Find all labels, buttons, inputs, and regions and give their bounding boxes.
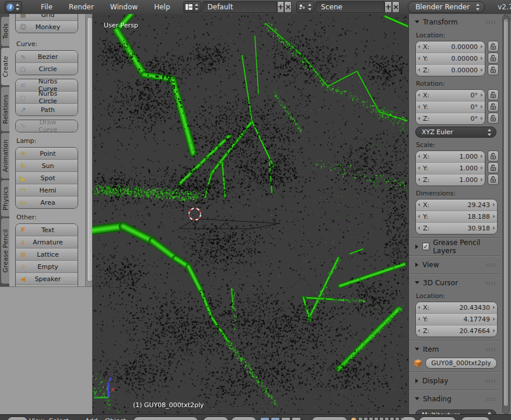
bottom-menu-select[interactable]: Select <box>49 417 69 420</box>
decrement-arrow-icon[interactable] <box>418 215 420 218</box>
menu-render[interactable]: Render <box>61 3 102 11</box>
add-monkey-button[interactable]: ☺ Monkey <box>16 20 78 33</box>
layout-name-field[interactable]: Default <box>202 1 277 13</box>
decrement-arrow-icon[interactable] <box>418 317 420 321</box>
delete-layout-button[interactable]: × <box>284 1 292 13</box>
panel-header-3d-cursor[interactable]: 3D Cursor :::: <box>409 276 500 289</box>
add-hemi-lamp-button[interactable]: ◠ Hemi <box>16 184 78 196</box>
panel-drag-grip-icon[interactable]: :::: <box>486 19 496 25</box>
increment-arrow-icon[interactable] <box>481 166 483 170</box>
add-path-button[interactable]: ↗ Path <box>16 103 78 116</box>
lock-scale-y-button[interactable] <box>488 162 499 173</box>
viewport-shading-dropdown[interactable] <box>203 416 229 420</box>
add-armature-button[interactable]: Y Armature <box>16 236 78 248</box>
panel-header-item[interactable]: Item :::: <box>409 343 500 355</box>
tab-physics[interactable]: Physics <box>1 180 10 217</box>
scene-spinner-icon[interactable] <box>307 3 313 11</box>
increment-arrow-icon[interactable] <box>481 93 483 97</box>
scene-selector[interactable] <box>296 1 314 13</box>
cursor-x-field[interactable]: X:20.43430 <box>416 302 497 313</box>
panel-drag-grip-icon[interactable]: :::: <box>486 396 496 402</box>
increment-arrow-icon[interactable] <box>481 57 483 60</box>
add-sun-lamp-button[interactable]: ☀ Sun <box>16 159 78 172</box>
manipulator-buttons[interactable] <box>260 417 301 420</box>
dimensions-x-field[interactable]: X:29.243 <box>416 200 497 211</box>
delete-scene-button[interactable]: × <box>392 1 400 13</box>
viewport-canvas[interactable] <box>92 14 408 414</box>
increment-arrow-icon[interactable] <box>493 329 495 332</box>
lock-scale-x-button[interactable] <box>488 150 499 162</box>
proportional-edit-dropdown[interactable] <box>461 416 490 420</box>
properties-scroll-thumb[interactable] <box>503 18 509 407</box>
increment-arrow-icon[interactable] <box>493 203 495 206</box>
editor-type-button[interactable]: ▦ <box>7 416 28 420</box>
panel-header-shading[interactable]: Shading :::: <box>409 393 500 405</box>
layout-spinner-icon[interactable] <box>194 3 200 11</box>
shading-mode-dropdown[interactable]: Multitexture <box>415 410 496 414</box>
decrement-arrow-icon[interactable] <box>418 68 420 72</box>
panel-header-grease-pencil[interactable]: ✓ Grease Pencil Layers <box>409 240 500 253</box>
tab-tools[interactable]: Tools <box>1 16 10 47</box>
decrement-arrow-icon[interactable] <box>418 117 420 120</box>
tab-grease-pencil[interactable]: Grease Pencil <box>1 218 10 284</box>
menu-file[interactable]: File <box>33 3 61 11</box>
location-y-field[interactable]: Y:0.00000 <box>416 52 485 64</box>
increment-arrow-icon[interactable] <box>481 45 483 48</box>
add-bezier-button[interactable]: ∿ Bezier <box>16 51 78 62</box>
scale-y-field[interactable]: Y:1.000 <box>416 162 485 174</box>
mode-dropdown[interactable]: Object Mode <box>133 416 198 420</box>
increment-arrow-icon[interactable] <box>481 117 483 120</box>
dimensions-y-field[interactable]: Y:18.188 <box>416 211 497 222</box>
lock-rotation-z-button[interactable] <box>488 113 499 124</box>
lock-scale-z-button[interactable] <box>488 174 499 185</box>
location-x-field[interactable]: X:0.00000 <box>416 41 485 52</box>
orientation-dropdown[interactable]: Global <box>312 416 348 420</box>
panel-drag-grip-icon[interactable]: :::: <box>486 280 496 286</box>
scale-z-field[interactable]: Z:1.000 <box>416 174 485 186</box>
tab-relations[interactable]: Relations <box>1 86 10 132</box>
lock-location-x-button[interactable] <box>488 41 499 52</box>
grease-pencil-checkbox[interactable]: ✓ <box>422 243 429 250</box>
location-z-field[interactable]: Z:0.00000 <box>416 64 485 76</box>
bottom-menu-add[interactable]: Add <box>85 417 97 420</box>
decrement-arrow-icon[interactable] <box>418 178 420 181</box>
add-text-button[interactable]: F Text <box>16 224 78 236</box>
manipulator-toggle-icon[interactable] <box>292 417 301 420</box>
scene-name-field[interactable]: Scene <box>316 1 384 13</box>
increment-arrow-icon[interactable] <box>493 306 495 309</box>
menu-help[interactable]: Help <box>146 3 178 11</box>
properties-scrollbar[interactable] <box>502 15 510 414</box>
decrement-arrow-icon[interactable] <box>418 155 420 158</box>
decrement-arrow-icon[interactable] <box>418 306 420 309</box>
add-scene-button[interactable]: + <box>384 1 392 13</box>
add-nurbs-curve-button[interactable]: ⊂ Nurbs Curve <box>16 79 78 91</box>
decrement-arrow-icon[interactable] <box>418 166 420 170</box>
panel-header-transform[interactable]: Transform :::: <box>409 16 500 28</box>
render-engine-dropdown[interactable]: Blender Render <box>408 1 485 13</box>
increment-arrow-icon[interactable] <box>493 317 495 321</box>
decrement-arrow-icon[interactable] <box>418 226 420 230</box>
increment-arrow-icon[interactable] <box>481 155 483 158</box>
screen-layout-selector[interactable] <box>183 1 201 13</box>
add-speaker-button[interactable]: ◀ Speaker <box>16 272 78 285</box>
decrement-arrow-icon[interactable] <box>418 203 420 206</box>
rotation-z-field[interactable]: Z:0° <box>416 113 485 124</box>
bottom-menu-view[interactable]: View <box>29 417 44 420</box>
panel-drag-grip-icon[interactable]: :::: <box>486 262 496 268</box>
lock-location-y-button[interactable] <box>488 52 499 64</box>
add-layout-button[interactable]: + <box>277 1 285 13</box>
panel-drag-grip-icon[interactable]: :::: <box>486 346 496 352</box>
add-lattice-button[interactable]: ⊞ Lattice <box>16 248 78 260</box>
add-spot-lamp-button[interactable]: ◣ Spot <box>16 172 78 184</box>
rotate-manipulator-icon[interactable] <box>271 417 280 420</box>
cursor-z-field[interactable]: Z:20.47664 <box>416 325 497 337</box>
add-area-lamp-button[interactable]: ▭ Area <box>16 196 78 208</box>
increment-arrow-icon[interactable] <box>481 105 483 108</box>
object-name-field[interactable]: GUY08_000txt2ply <box>425 358 497 369</box>
editor-type-selector[interactable]: i <box>5 1 22 13</box>
scale-manipulator-icon[interactable] <box>281 417 290 420</box>
panel-header-view[interactable]: View :::: <box>409 258 500 271</box>
bottom-menu-object[interactable]: Object <box>105 417 126 420</box>
add-circle-button[interactable]: ○ Circle <box>16 62 78 75</box>
decrement-arrow-icon[interactable] <box>418 329 420 332</box>
